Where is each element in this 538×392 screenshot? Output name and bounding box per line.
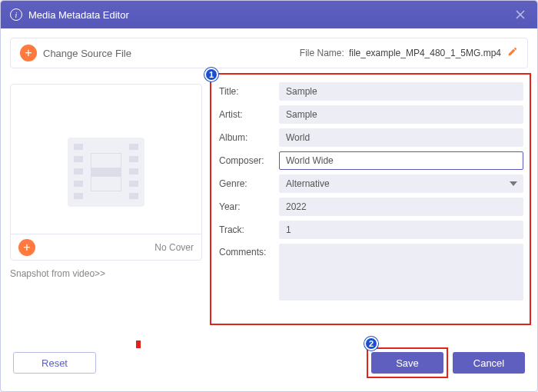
row-year: Year: — [219, 198, 523, 216]
window-title: Media Metadata Editor — [28, 9, 129, 21]
info-icon: i — [10, 8, 22, 21]
album-input[interactable] — [279, 128, 523, 147]
row-title: Title: — [219, 82, 523, 101]
genre-select[interactable] — [279, 174, 523, 193]
annotation-badge-2: 2 — [364, 337, 378, 350]
composer-input[interactable] — [279, 151, 523, 170]
row-album: Album: — [219, 128, 523, 147]
toolbar: + Change Source File File Name: file_exa… — [10, 38, 528, 68]
left-pane: + No Cover Snapshot from video>> — [10, 76, 202, 344]
annotation-dot — [136, 341, 141, 348]
artist-label: Artist: — [219, 109, 279, 120]
composer-label: Composer: — [219, 155, 279, 166]
title-label: Title: — [219, 86, 279, 97]
save-wrap: 2 Save — [371, 352, 443, 374]
change-source-plus-button[interactable]: + — [20, 45, 37, 61]
save-button[interactable]: Save — [371, 352, 443, 374]
year-label: Year: — [219, 201, 279, 212]
footer: Reset 2 Save Cancel — [10, 344, 528, 382]
year-input[interactable] — [279, 198, 523, 216]
no-cover-label: No Cover — [154, 242, 194, 253]
add-cover-button[interactable]: + — [18, 239, 35, 256]
comments-input[interactable] — [279, 244, 523, 301]
metadata-form: Title: Artist: Album: Composer: — [213, 76, 528, 301]
row-track: Track: — [219, 221, 523, 239]
album-label: Album: — [219, 132, 279, 143]
change-source-button[interactable]: Change Source File — [43, 48, 131, 59]
cover-footer: + No Cover — [11, 234, 201, 260]
titlebar: i Media Metadata Editor — [1, 1, 537, 28]
row-artist: Artist: — [219, 105, 523, 124]
cover-preview: + No Cover — [10, 84, 202, 261]
genre-label: Genre: — [219, 178, 279, 189]
reset-button[interactable]: Reset — [13, 352, 96, 374]
title-input[interactable] — [279, 82, 523, 101]
artist-input[interactable] — [279, 105, 523, 124]
edit-filename-button[interactable] — [507, 46, 518, 60]
close-button[interactable] — [513, 7, 528, 22]
track-label: Track: — [219, 224, 279, 235]
comments-label: Comments: — [219, 244, 279, 257]
content: + No Cover Snapshot from video>> 1 Title… — [10, 76, 528, 344]
body: + Change Source File File Name: file_exa… — [1, 28, 537, 391]
film-placeholder-icon — [68, 138, 144, 207]
snapshot-from-video-link[interactable]: Snapshot from video>> — [10, 268, 202, 279]
row-comments: Comments: — [219, 244, 523, 301]
track-input[interactable] — [279, 221, 523, 239]
cancel-button[interactable]: Cancel — [453, 352, 525, 374]
file-name-label: File Name: — [300, 48, 344, 58]
file-name-value: file_example_MP4_480_1_5MG.mp4 — [349, 48, 501, 58]
row-composer: Composer: — [219, 151, 523, 170]
annotation-badge-1: 1 — [204, 68, 218, 81]
form-pane: 1 Title: Artist: Album: Co — [213, 76, 528, 344]
row-genre: Genre: — [219, 174, 523, 193]
window: i Media Metadata Editor + Change Source … — [0, 0, 538, 392]
